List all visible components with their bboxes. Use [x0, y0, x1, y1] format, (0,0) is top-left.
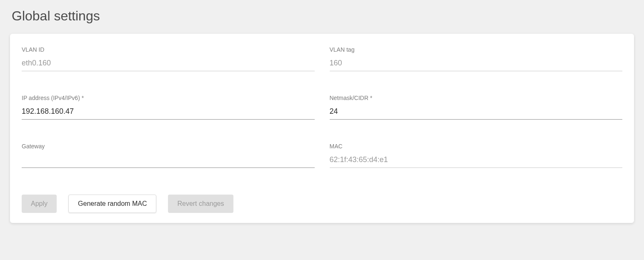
netmask-label: Netmask/CIDR * [330, 95, 623, 101]
vlan-id-input [22, 57, 315, 71]
field-mac: MAC [330, 143, 623, 168]
page-title: Global settings [10, 8, 634, 24]
netmask-input[interactable] [330, 105, 623, 120]
field-vlan-tag: VLAN tag [330, 46, 623, 71]
field-vlan-id: VLAN ID [22, 46, 315, 71]
vlan-id-label: VLAN ID [22, 46, 315, 53]
button-row: Apply Generate random MAC Revert changes [22, 195, 622, 213]
row-gateway-mac: Gateway MAC [22, 143, 622, 168]
mac-input [330, 154, 623, 168]
row-ip: IP address (IPv4/IPv6) * Netmask/CIDR * [22, 95, 622, 120]
vlan-tag-input [330, 57, 623, 71]
field-ip-address: IP address (IPv4/IPv6) * [22, 95, 315, 120]
revert-button[interactable]: Revert changes [168, 195, 233, 213]
ip-address-label: IP address (IPv4/IPv6) * [22, 95, 315, 101]
row-vlan: VLAN ID VLAN tag [22, 46, 622, 71]
field-netmask: Netmask/CIDR * [330, 95, 623, 120]
ip-address-input[interactable] [22, 105, 315, 120]
settings-card: VLAN ID VLAN tag IP address (IPv4/IPv6) … [10, 34, 634, 223]
vlan-tag-label: VLAN tag [330, 46, 623, 53]
field-gateway: Gateway [22, 143, 315, 168]
gateway-label: Gateway [22, 143, 315, 150]
generate-mac-button[interactable]: Generate random MAC [68, 195, 156, 213]
mac-label: MAC [330, 143, 623, 150]
gateway-input[interactable] [22, 154, 315, 168]
apply-button[interactable]: Apply [22, 195, 57, 213]
